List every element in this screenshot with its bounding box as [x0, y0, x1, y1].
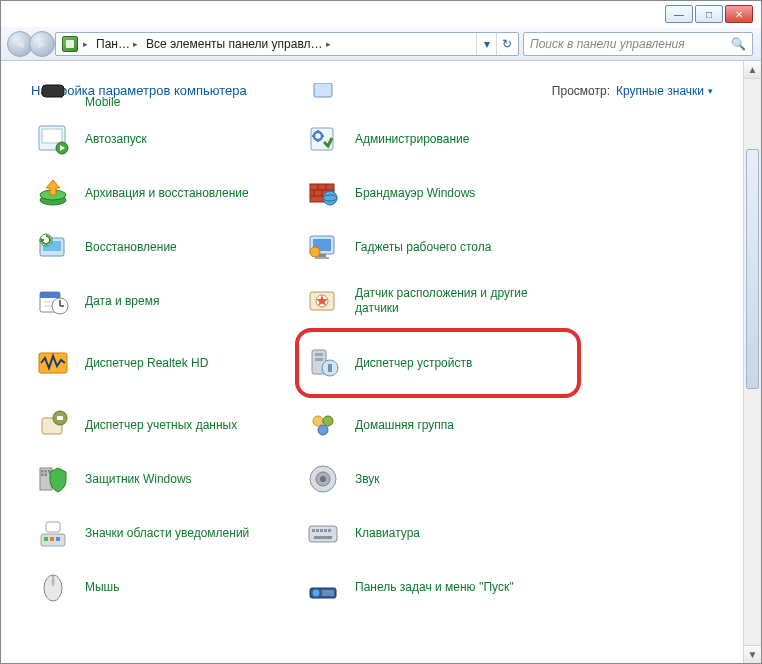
address-bar-row: ◄ ► ▸ Пан…▸ Все элементы панели управл…▸…	[1, 27, 761, 61]
svg-point-47	[313, 416, 323, 426]
cp-item-label: Панель задач и меню ''Пуск''	[355, 580, 514, 595]
cp-item-taskbar[interactable]: Панель задач и меню ''Пуск''	[301, 560, 581, 614]
svg-rect-41	[315, 358, 323, 361]
forward-button[interactable]: ►	[29, 31, 55, 57]
chevron-icon: ▸	[83, 39, 88, 49]
taskbar-icon	[305, 569, 341, 605]
cp-item-blank[interactable]	[301, 61, 581, 112]
cp-item-defender[interactable]: Защитник Windows	[31, 452, 281, 506]
svg-point-48	[323, 416, 333, 426]
cp-item-realtek[interactable]: Диспетчер Realtek HD	[31, 328, 281, 398]
main-panel: Настройка параметров компьютера Просмотр…	[1, 61, 743, 663]
cp-item-label: Мышь	[85, 580, 120, 595]
svg-rect-73	[52, 578, 55, 584]
cp-item-label: Дата и время	[85, 294, 159, 309]
cp-item-gadgets[interactable]: Гаджеты рабочего стола	[301, 220, 581, 274]
scrollbar[interactable]: ▲ ▼	[743, 61, 761, 663]
svg-rect-26	[315, 257, 329, 259]
mouse-icon	[35, 569, 71, 605]
address-bar[interactable]: ▸ Пан…▸ Все элементы панели управл…▸ ▾ ↻	[55, 32, 519, 56]
svg-rect-64	[309, 526, 337, 542]
cp-item-label: Администрирование	[355, 132, 469, 147]
scroll-thumb[interactable]	[746, 149, 759, 389]
firewall-icon	[305, 175, 341, 211]
cp-item-firewall[interactable]: Брандмауэр Windows	[301, 166, 581, 220]
cp-item-mouse[interactable]: Мышь	[31, 560, 281, 614]
cp-item-label: Архивация и восстановление	[85, 186, 249, 201]
scroll-down-button[interactable]: ▼	[744, 645, 761, 663]
address-dropdown[interactable]: ▾	[476, 33, 496, 55]
breadcrumb-seg-2[interactable]: Все элементы панели управл…▸	[142, 33, 335, 55]
cp-item-label: Диспетчер учетных данных	[85, 418, 237, 433]
admin-icon	[305, 121, 341, 157]
cp-item-label: Звук	[355, 472, 380, 487]
search-placeholder: Поиск в панели управления	[530, 37, 685, 51]
highlight-devmgr: Диспетчер устройств	[295, 328, 581, 398]
svg-rect-43	[328, 364, 332, 372]
svg-point-27	[310, 247, 320, 257]
search-input[interactable]: Поиск в панели управления 🔍	[523, 32, 753, 56]
svg-rect-68	[324, 529, 327, 532]
cp-icon	[62, 36, 78, 52]
svg-rect-60	[44, 537, 48, 541]
cp-item-label: Домашняя группа	[355, 418, 454, 433]
svg-rect-55	[45, 474, 48, 477]
minimize-button[interactable]: —	[665, 5, 693, 23]
cp-item-label: Брандмауэр Windows	[355, 186, 475, 201]
cp-item-keyboard[interactable]: Клавиатура	[301, 506, 581, 560]
cp-item-label: Диспетчер Realtek HD	[85, 356, 208, 371]
svg-rect-0	[42, 85, 64, 97]
close-button[interactable]: ✕	[725, 5, 753, 23]
cp-item-autoplay[interactable]: Автозапуск	[31, 112, 281, 166]
breadcrumb-icon[interactable]: ▸	[58, 33, 92, 55]
scroll-up-button[interactable]: ▲	[744, 61, 761, 79]
credmgr-icon	[35, 407, 71, 443]
cp-item-label: Датчик расположения и другие датчики	[355, 286, 535, 316]
search-icon[interactable]: 🔍	[731, 37, 746, 51]
svg-rect-46	[57, 416, 63, 420]
devmgr-icon	[305, 345, 341, 381]
svg-rect-1	[314, 83, 332, 97]
svg-point-17	[323, 191, 337, 205]
cp-item-notifications[interactable]: Значки области уведомлений	[31, 506, 281, 560]
svg-rect-54	[41, 474, 44, 477]
view-dropdown[interactable]: Крупные значки ▾	[616, 84, 713, 98]
cp-item-label: Значки области уведомлений	[85, 526, 249, 541]
sound-icon	[305, 461, 341, 497]
defender-icon	[35, 461, 71, 497]
cp-item-admin[interactable]: Администрирование	[301, 112, 581, 166]
cp-item-label: Клавиатура	[355, 526, 420, 541]
svg-rect-29	[40, 292, 60, 298]
datetime-icon	[35, 283, 71, 319]
breadcrumb-seg-1[interactable]: Пан…▸	[92, 33, 142, 55]
nav-buttons: ◄ ►	[7, 31, 51, 57]
content-area: Настройка параметров компьютера Просмотр…	[1, 61, 761, 663]
gadgets-icon	[305, 229, 341, 265]
svg-point-58	[320, 476, 326, 482]
backup-icon	[35, 175, 71, 211]
cp-item-datetime[interactable]: Дата и время	[31, 274, 281, 328]
maximize-button[interactable]: □	[695, 5, 723, 23]
svg-rect-77	[322, 590, 334, 596]
svg-rect-70	[314, 536, 332, 539]
svg-rect-69	[328, 529, 331, 532]
cp-item-credmgr[interactable]: Диспетчер учетных данных	[31, 398, 281, 452]
svg-rect-51	[41, 470, 44, 473]
cp-item-mobile[interactable]: Mobile	[31, 61, 281, 112]
scroll-track[interactable]	[744, 79, 761, 645]
cp-item-sensors[interactable]: Датчик расположения и другие датчики	[301, 274, 581, 328]
svg-rect-40	[315, 353, 323, 356]
svg-rect-3	[42, 129, 62, 143]
svg-point-76	[312, 589, 320, 597]
svg-rect-66	[316, 529, 319, 532]
cp-item-sound[interactable]: Звук	[301, 452, 581, 506]
cp-item-backup[interactable]: Архивация и восстановление	[31, 166, 281, 220]
cp-item-homegroup[interactable]: Домашняя группа	[301, 398, 581, 452]
cp-item-recovery[interactable]: Восстановление	[31, 220, 281, 274]
cp-item-devmgr[interactable]: Диспетчер устройств	[301, 336, 567, 390]
svg-rect-61	[50, 537, 54, 541]
refresh-button[interactable]: ↻	[496, 33, 516, 55]
autoplay-icon	[35, 121, 71, 157]
window-controls: — □ ✕	[665, 5, 753, 23]
notifications-icon	[35, 515, 71, 551]
